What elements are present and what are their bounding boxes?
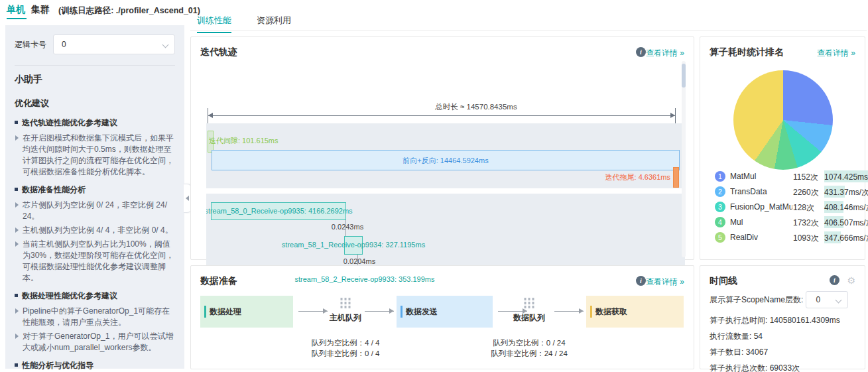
nav-tab-standalone[interactable]: 单机: [7, 4, 25, 16]
total-duration-label: 总时长 ≈ 14570.8435ms: [397, 102, 556, 112]
info-icon[interactable]: i: [636, 47, 646, 57]
triangle-bullet-icon: [15, 135, 19, 141]
timeline-stat: 算子执行总时间: 140580161.4309ms: [710, 315, 840, 326]
flow-arrow-icon: [365, 311, 394, 312]
logic-card-label: 逻辑卡号: [15, 39, 49, 50]
nav-active-underline: [7, 18, 27, 19]
info-icon[interactable]: i: [636, 276, 646, 286]
operator-count: 1093次: [793, 233, 819, 244]
timeline-stat: 算子数目: 34067: [710, 347, 768, 358]
operator-avg-time: 408.146ms/次: [824, 202, 868, 214]
chevron-down-icon: [836, 297, 842, 304]
suggestion-section-heading: 数据处理性能优化参考建议: [15, 290, 175, 302]
operator-avg-time: 431.37ms/次: [824, 187, 868, 198]
triangle-bullet-icon: [15, 202, 19, 208]
nav-tab-cluster[interactable]: 集群: [31, 4, 50, 16]
suggestion-item: 芯片侧队列为空比例 0/ 24，非空比例 24/ 24。: [15, 200, 175, 222]
suggestions-title: 优化建议: [15, 97, 175, 109]
iteration-detail-link[interactable]: 查看详情 »: [646, 48, 684, 59]
forward-backward-label: 前向+反向: 14464.5924ms: [212, 156, 679, 166]
logic-card-value: 0: [62, 40, 66, 49]
host-queue-nonempty-ratio: 队列非空比例：0 / 4: [296, 348, 395, 359]
box-stripe: [401, 306, 403, 318]
operator-ranking-panel: 算子耗时统计排名 查看详情 » 1 MatMul 1152次 1074.425m…: [700, 36, 865, 260]
dataprep-detail-link[interactable]: 查看详情 »: [646, 277, 684, 288]
operator-pie-chart: [733, 70, 833, 170]
operator-panel-title: 算子耗时统计排名: [710, 46, 784, 58]
suggestion-section-heading: 性能分析与优化指导: [15, 360, 175, 371]
triangle-bullet-icon: [15, 334, 19, 339]
rank-badge: 3: [715, 202, 725, 212]
operator-count: 2260次: [793, 187, 819, 198]
operator-avg-time: 406.507ms/次: [824, 217, 868, 229]
iteration-tail-bar: [673, 167, 679, 188]
operator-count: 1152次: [793, 172, 818, 183]
suggestion-item: 对于算子GeneratorOp_1，用户可以尝试增大或减小num_paralle…: [15, 331, 175, 353]
operator-name: MatMul: [730, 172, 792, 181]
operator-row: 3 FusionOp_MatMul... 128次 408.146ms/次: [710, 201, 857, 216]
iteration-tail-label: 迭代拖尾: 4.6361ms: [605, 172, 670, 182]
operator-count: 1732次: [793, 217, 819, 229]
operator-count: 128次: [793, 202, 814, 214]
flow-box-data-fetch: 数据获取: [586, 296, 684, 328]
host-queue-node: 主机队列: [322, 297, 369, 324]
triangle-bullet-icon: [15, 227, 19, 233]
square-bullet-icon: [15, 188, 18, 191]
operator-name: TransData: [730, 187, 792, 196]
arrowhead-right-icon: [670, 113, 675, 118]
host-queue-empty-ratio: 队列为空比例：4 / 4: [296, 338, 395, 348]
scope-name-value: 0: [816, 295, 820, 304]
tab-training-performance[interactable]: 训练性能: [197, 15, 231, 33]
operator-name: RealDiv: [730, 233, 792, 242]
gear-icon[interactable]: ⚙: [847, 276, 855, 285]
square-bullet-icon: [15, 121, 18, 124]
training-log-path: (训练日志路径: ./profiler_Ascend_01): [58, 5, 200, 17]
host-queue-stats: 队列为空比例：4 / 4 队列非空比例：0 / 4: [296, 338, 395, 359]
scope-name-row: 展示算子ScopeName层数: 0: [710, 291, 848, 308]
rank-badge: 1: [715, 171, 725, 182]
operator-avg-time: 1074.425ms/次: [824, 172, 868, 183]
iteration-phase-chart: 迭代间隙: 101.615ms 前向+反向: 14464.5924ms 迭代拖尾…: [206, 123, 685, 188]
operator-avg-time: 347.666ms/次: [824, 233, 868, 244]
data-queue-nonempty-ratio: 队列非空比例：24 / 24: [479, 348, 579, 359]
scope-name-select[interactable]: 0: [806, 291, 848, 308]
rank-badge: 2: [715, 186, 725, 197]
scrollbar-thumb[interactable]: [682, 64, 686, 88]
operator-row: 4 Mul 1732次 406.507ms/次: [710, 216, 857, 231]
chevron-down-icon: [162, 42, 169, 48]
data-queue-empty-ratio: 队列为空比例：0 / 24: [479, 338, 579, 348]
suggestion-item: 主机侧队列为空比例 4/ 4，非空比例 0/ 4。: [15, 225, 175, 236]
arrow-tick: [675, 108, 676, 123]
stream-bar-1-label: stream_58_1_Receive-op9934: 327.1195ms: [282, 241, 425, 249]
data-queue-label: 数据队列: [506, 312, 552, 324]
data-preparation-panel: 数据准备 i 查看详情 » 数据处理 主机队列 数据发送 数据队列 数据获取 队…: [190, 265, 694, 369]
timeline-stat: 算子执行总次数: 69033次: [710, 363, 800, 372]
triangle-bullet-icon: [15, 241, 19, 247]
timeline-panel: 时间线 i ⚙ 展示算子ScopeName层数: 0 算子执行总时间: 1405…: [700, 265, 865, 369]
suggestion-section-heading: 数据准备性能分析: [15, 184, 175, 196]
square-bullet-icon: [15, 363, 18, 367]
host-queue-label: 主机队列: [322, 312, 369, 324]
tab-resource-utilization[interactable]: 资源利用: [257, 15, 291, 32]
assistant-sidebar: 逻辑卡号 0 小助手 优化建议 迭代轨迹性能优化参考建议 在开启图模式和数据集下…: [5, 25, 184, 369]
iteration-gap-label: 迭代间隙: 101.615ms: [209, 136, 279, 146]
flow-arrow-icon: [554, 311, 584, 312]
stream-gap-label: 0.0243ms: [332, 223, 363, 231]
logic-card-select[interactable]: 0: [53, 34, 175, 54]
flow-box-data-processing: 数据处理: [200, 296, 293, 328]
scope-name-label: 展示算子ScopeName层数:: [710, 294, 803, 306]
operator-detail-link[interactable]: 查看详情 »: [817, 48, 855, 59]
info-icon[interactable]: i: [830, 275, 839, 285]
iteration-panel-title: 迭代轨迹: [200, 46, 237, 58]
suggestion-item: 当前主机侧队列空队列占比为100%，阈值为30%，数据处理阶段可能存在优化空间，…: [15, 239, 175, 284]
stream-bar-0-label: stream_58_0_Receive-op9935: 4166.2692ms: [206, 207, 353, 215]
sidebar-divider: [15, 65, 175, 66]
square-bullet-icon: [15, 294, 18, 297]
rank-badge: 5: [715, 232, 725, 243]
box-stripe: [204, 306, 206, 318]
box-stripe: [590, 306, 592, 318]
assistant-title: 小助手: [15, 74, 175, 86]
suggestion-section-heading: 迭代轨迹性能优化参考建议: [15, 117, 175, 129]
operator-row: 2 TransData 2260次 431.37ms/次: [710, 186, 857, 200]
forward-backward-bar: 前向+反向: 14464.5924ms: [212, 150, 680, 170]
